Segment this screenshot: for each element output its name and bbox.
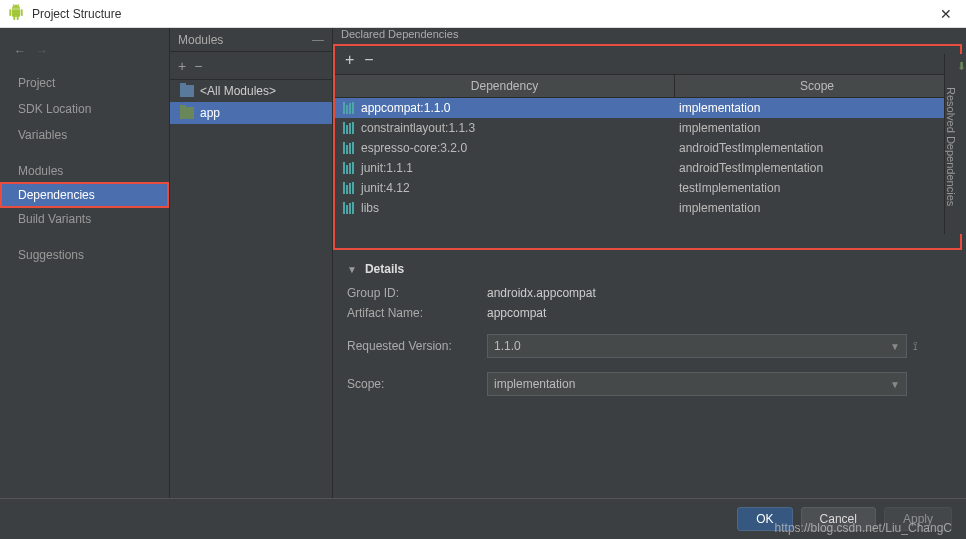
sidebar-item-suggestions[interactable]: Suggestions xyxy=(0,242,169,268)
link-icon[interactable]: ⟟ xyxy=(913,339,917,353)
col-scope[interactable]: Scope xyxy=(675,75,960,97)
add-dependency-icon[interactable]: + xyxy=(345,52,354,68)
modules-toolbar: + − xyxy=(170,52,332,80)
group-id-value: androidx.appcompat xyxy=(487,286,596,300)
folder-icon xyxy=(180,107,194,119)
add-module-icon[interactable]: + xyxy=(178,58,186,74)
group-id-label: Group ID: xyxy=(347,286,487,300)
dep-table-header: Dependency Scope xyxy=(335,75,960,98)
dep-name: appcompat:1.1.0 xyxy=(361,101,450,115)
requested-version-value: 1.1.0 xyxy=(494,339,521,353)
close-icon[interactable]: ✕ xyxy=(934,6,958,22)
declared-deps-title: Declared Dependencies xyxy=(333,28,966,40)
artifact-name-value: appcompat xyxy=(487,306,546,320)
minimize-icon[interactable]: — xyxy=(312,33,324,47)
dep-row[interactable]: espresso-core:3.2.0 androidTestImplement… xyxy=(335,138,960,158)
declared-deps-area: + − Dependency Scope appcompat:1.1.0 imp… xyxy=(333,44,962,250)
library-icon xyxy=(343,102,355,114)
modules-header: Modules — xyxy=(170,28,332,52)
sidebar-item-project[interactable]: Project xyxy=(0,70,169,96)
back-icon[interactable]: ← xyxy=(14,44,26,58)
main-area: ← → Project SDK Location Variables Modul… xyxy=(0,28,966,498)
dependencies-panel: Declared Dependencies + − Dependency Sco… xyxy=(333,28,966,498)
dep-scope: implementation xyxy=(675,101,960,115)
library-icon xyxy=(343,182,355,194)
nav-arrows: ← → xyxy=(0,38,169,70)
resolved-icon: ⬇ xyxy=(957,60,966,73)
dep-row[interactable]: junit:1.1.1 androidTestImplementation xyxy=(335,158,960,178)
android-icon xyxy=(8,4,24,24)
window-title: Project Structure xyxy=(32,7,121,21)
module-app[interactable]: app xyxy=(170,102,332,124)
dep-name: junit:1.1.1 xyxy=(361,161,413,175)
sidebar-item-sdk-location[interactable]: SDK Location xyxy=(0,96,169,122)
library-icon xyxy=(343,142,355,154)
resolved-dependencies-tab[interactable]: ⬇ Resolved Dependencies xyxy=(944,54,966,234)
library-icon xyxy=(343,202,355,214)
dep-row[interactable]: junit:4.12 testImplementation xyxy=(335,178,960,198)
dep-scope: androidTestImplementation xyxy=(675,161,960,175)
dialog-footer: OK Cancel Apply https://blog.csdn.net/Li… xyxy=(0,498,966,539)
dep-scope: implementation xyxy=(675,121,960,135)
forward-icon[interactable]: → xyxy=(36,44,48,58)
scope-dropdown[interactable]: implementation ▼ xyxy=(487,372,907,396)
dep-toolbar: + − xyxy=(335,46,960,75)
requested-version-label: Requested Version: xyxy=(347,339,487,353)
module-all[interactable]: <All Modules> xyxy=(170,80,332,102)
remove-module-icon[interactable]: − xyxy=(194,58,202,74)
sidebar-item-modules[interactable]: Modules xyxy=(0,158,169,184)
module-label: app xyxy=(200,106,220,120)
module-label: <All Modules> xyxy=(200,84,276,98)
sidebar-item-variables[interactable]: Variables xyxy=(0,122,169,148)
modules-panel: Modules — + − <All Modules> app xyxy=(170,28,333,498)
apply-button[interactable]: Apply xyxy=(884,507,952,531)
dep-name: constraintlayout:1.1.3 xyxy=(361,121,475,135)
sidebar: ← → Project SDK Location Variables Modul… xyxy=(0,28,170,498)
dep-row[interactable]: libs implementation xyxy=(335,198,960,218)
chevron-down-icon: ▼ xyxy=(890,341,900,352)
dep-row[interactable]: constraintlayout:1.1.3 implementation xyxy=(335,118,960,138)
library-icon xyxy=(343,122,355,134)
ok-button[interactable]: OK xyxy=(737,507,792,531)
dep-name: junit:4.12 xyxy=(361,181,410,195)
cancel-button[interactable]: Cancel xyxy=(801,507,876,531)
dep-scope: implementation xyxy=(675,201,960,215)
titlebar: Project Structure ✕ xyxy=(0,0,966,28)
dep-name: espresso-core:3.2.0 xyxy=(361,141,467,155)
details-section: ▼ Details Group ID: androidx.appcompat A… xyxy=(333,254,966,410)
chevron-down-icon: ▼ xyxy=(890,379,900,390)
requested-version-dropdown[interactable]: 1.1.0 ▼ xyxy=(487,334,907,358)
dep-name: libs xyxy=(361,201,379,215)
resolved-dependencies-label: Resolved Dependencies xyxy=(945,87,957,206)
scope-label: Scope: xyxy=(347,377,487,391)
artifact-name-label: Artifact Name: xyxy=(347,306,487,320)
dep-table-body: appcompat:1.1.0 implementation constrain… xyxy=(335,98,960,248)
scope-value: implementation xyxy=(494,377,575,391)
modules-title: Modules xyxy=(178,33,223,47)
col-dependency[interactable]: Dependency xyxy=(335,75,675,97)
library-icon xyxy=(343,162,355,174)
dep-scope: androidTestImplementation xyxy=(675,141,960,155)
dep-scope: testImplementation xyxy=(675,181,960,195)
dep-row[interactable]: appcompat:1.1.0 implementation xyxy=(335,98,960,118)
collapse-icon[interactable]: ▼ xyxy=(347,264,357,275)
folder-icon xyxy=(180,85,194,97)
remove-dependency-icon[interactable]: − xyxy=(364,52,373,68)
details-title: Details xyxy=(365,262,404,276)
sidebar-item-dependencies[interactable]: Dependencies xyxy=(0,182,169,208)
sidebar-item-build-variants[interactable]: Build Variants xyxy=(0,206,169,232)
